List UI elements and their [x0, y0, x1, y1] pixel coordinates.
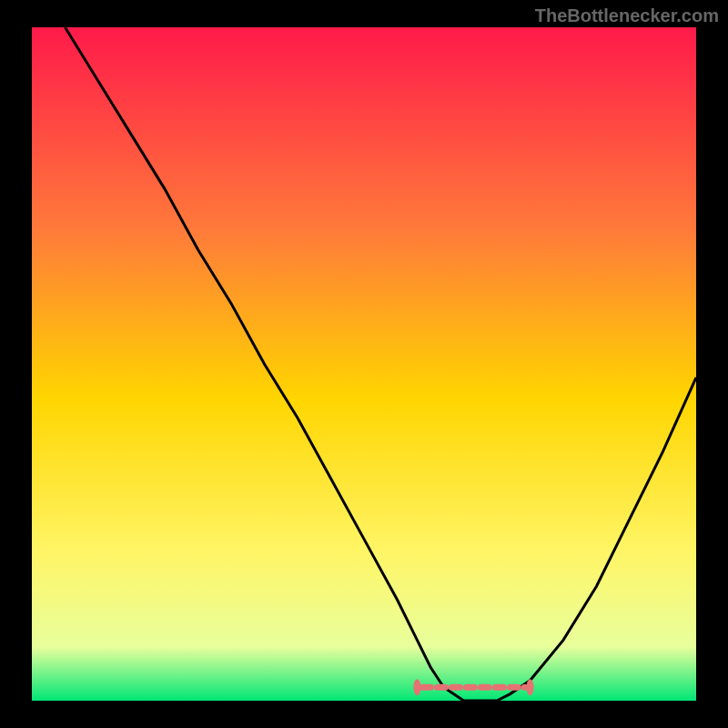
- chart-svg: [32, 27, 696, 701]
- gradient-background: [32, 27, 696, 701]
- watermark-text: TheBottlenecker.com: [535, 5, 719, 26]
